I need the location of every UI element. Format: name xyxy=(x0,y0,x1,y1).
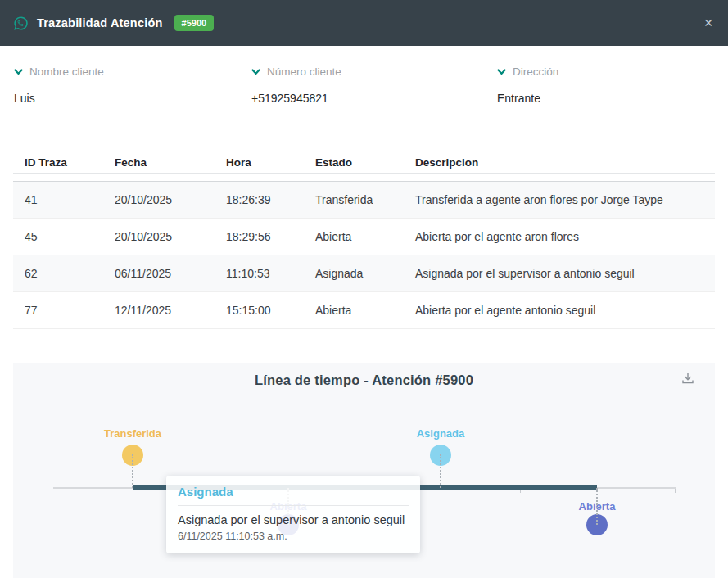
table-row[interactable]: 77 12/11/2025 15:15:00 Abierta Abierta p… xyxy=(13,292,715,329)
event-label-asignada: Asignada xyxy=(396,427,486,440)
cell-hora: 18:26:39 xyxy=(215,182,304,219)
table-header-row: ID Traza Fecha Hora Estado Descripcion xyxy=(13,144,715,182)
tooltip-separator xyxy=(178,505,409,506)
field-value: +51925945821 xyxy=(251,92,341,105)
cell-descripcion: Abierta por el agente aron flores xyxy=(404,219,715,255)
cell-descripcion: Abierta por el agente antonio seguil xyxy=(404,292,715,329)
modal-titlebar: Trazabilidad Atención #5900 ✕ xyxy=(0,0,728,46)
cell-descripcion: Transferida a agente aron flores por Jor… xyxy=(404,182,715,219)
tooltip-title: Asignada xyxy=(178,485,409,499)
chevron-down-icon xyxy=(14,69,23,75)
cell-id: 77 xyxy=(13,292,103,329)
chevron-down-icon xyxy=(251,69,260,75)
field-label: Nombre cliente xyxy=(29,65,104,78)
close-icon[interactable]: ✕ xyxy=(703,17,713,29)
event-connector xyxy=(596,488,598,525)
cell-id: 45 xyxy=(13,219,103,255)
cell-fecha: 12/11/2025 xyxy=(103,292,215,329)
field-label: Dirección xyxy=(513,65,558,78)
col-header-fecha: Fecha xyxy=(103,144,215,182)
cell-fecha: 20/10/2025 xyxy=(103,182,215,219)
event-connector xyxy=(440,454,441,488)
cell-fecha: 06/11/2025 xyxy=(103,255,215,292)
trace-table: ID Traza Fecha Hora Estado Descripcion 4… xyxy=(13,144,715,329)
table-bottom-divider xyxy=(13,345,715,345)
cell-estado: Abierta xyxy=(304,219,404,255)
cell-hora: 11:10:53 xyxy=(215,255,304,292)
col-header-descripcion: Descripcion xyxy=(404,144,715,182)
event-connector xyxy=(132,454,133,488)
trazabilidad-modal: Trazabilidad Atención #5900 ✕ Nombre cli… xyxy=(0,0,728,578)
chevron-down-icon xyxy=(497,69,506,75)
cell-id: 41 xyxy=(13,182,103,219)
table-row[interactable]: 62 06/11/2025 11:10:53 Asignada Asignada… xyxy=(13,255,715,292)
field-value: Entrante xyxy=(497,92,558,105)
field-numero-cliente: Número cliente +51925945821 xyxy=(251,65,341,105)
tooltip-datetime: 6/11/2025 11:10:53 a.m. xyxy=(178,531,409,542)
modal-title: Trazabilidad Atención xyxy=(37,16,163,29)
cell-estado: Asignada xyxy=(304,255,404,292)
cell-descripcion: Asignada por el supervisor a antonio seg… xyxy=(404,255,715,292)
cell-hora: 15:15:00 xyxy=(215,292,304,329)
field-nombre-cliente: Nombre cliente Luis xyxy=(14,65,104,105)
timeline-plot: Transferida Abierta Asignada Abierta Asi… xyxy=(13,363,715,578)
field-direccion: Dirección Entrante xyxy=(497,65,558,105)
cell-estado: Transferida xyxy=(304,182,404,219)
event-label-transferida: Transferida xyxy=(88,427,178,440)
field-label: Número cliente xyxy=(267,65,341,78)
chart-tooltip: Asignada Asignada por el supervisor a an… xyxy=(166,476,420,553)
col-header-hora: Hora xyxy=(215,144,304,182)
timeline-chart: Línea de tiempo - Atención #5900 Transfe… xyxy=(13,363,715,578)
table-row[interactable]: 45 20/10/2025 18:29:56 Abierta Abierta p… xyxy=(13,219,715,255)
cell-hora: 18:29:56 xyxy=(215,219,304,255)
axis-tick xyxy=(675,489,676,493)
cell-id: 62 xyxy=(13,255,103,292)
col-header-estado: Estado xyxy=(304,144,404,182)
whatsapp-icon xyxy=(13,16,29,31)
attention-id-badge: #5900 xyxy=(174,15,215,31)
col-header-id-traza: ID Traza xyxy=(13,144,103,182)
table-row[interactable]: 41 20/10/2025 18:26:39 Transferida Trans… xyxy=(13,182,715,219)
cell-estado: Abierta xyxy=(304,292,404,329)
field-value: Luis xyxy=(14,92,104,105)
tooltip-description: Asignada por el supervisor a antonio seg… xyxy=(178,513,409,526)
cell-fecha: 20/10/2025 xyxy=(103,219,215,255)
client-fields: Nombre cliente Luis Número cliente +5192… xyxy=(0,46,728,127)
